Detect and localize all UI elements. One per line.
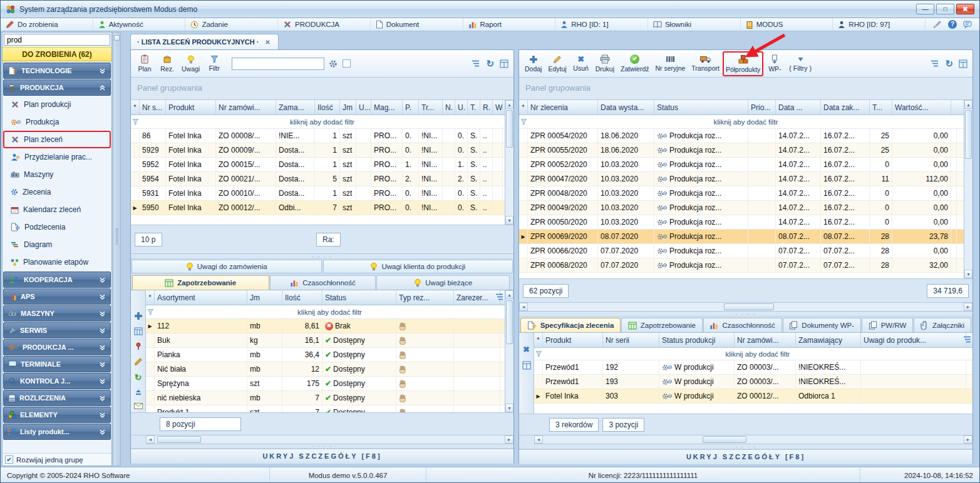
sidebar-item-maszyny[interactable]: Maszyny — [3, 166, 111, 183]
scroll-thumb[interactable] — [506, 110, 513, 148]
mail-icon[interactable] — [134, 403, 143, 409]
column-header-zama[interactable]: Zama... — [276, 100, 315, 114]
scroll-thumb[interactable] — [157, 436, 201, 443]
plus-icon[interactable] — [134, 312, 143, 320]
tab-zapotrzebowanie[interactable]: Zapotrzebowanie — [621, 318, 703, 332]
splitter-knob[interactable] — [114, 35, 120, 41]
scroll-thumb[interactable] — [965, 110, 972, 159]
left-hscroll[interactable]: ◄ ► — [146, 435, 513, 444]
table-row[interactable]: Piankamb36,4✔Dostępny — [146, 348, 505, 362]
column-header-nr-zamówi[interactable]: Nr zamówi... — [216, 100, 276, 114]
column-header-produkt[interactable]: Produkt — [166, 100, 216, 114]
grid-menu-icon[interactable] — [962, 335, 972, 343]
table-row[interactable]: ▶5950Fotel InkaZO 00012/...Odbi...7sztPR… — [131, 201, 505, 215]
column-header-status[interactable]: Status — [322, 290, 396, 305]
sidebar-search-input[interactable] — [4, 34, 110, 46]
grouping-panel-left[interactable]: Panel grupowania — [131, 78, 513, 100]
x-blue-icon[interactable]: ✖ — [523, 345, 530, 353]
close-button[interactable]: ✖ — [956, 4, 974, 14]
sidebar-item-diagram[interactable]: Diagram — [3, 236, 111, 253]
table-row[interactable]: ZPR 00048/202010.03.2020Produkcja roz...… — [519, 186, 964, 201]
table-row[interactable]: Przewód1192W produkcjiZO 00003/...!NIEOK… — [534, 360, 972, 375]
column-header-u[interactable]: U... — [356, 100, 371, 114]
right-lower-hscroll[interactable]: ◄ ► — [534, 435, 972, 444]
table-row[interactable]: ZPR 00054/202018.06.2020Produkcja roz...… — [519, 129, 964, 143]
layout-icon[interactable] — [522, 361, 531, 370]
grouping-icon[interactable] — [930, 59, 939, 68]
column-header-r[interactable]: R. — [480, 100, 493, 114]
menu-item-raport[interactable]: Raport — [463, 18, 556, 31]
sidebar-group-terminale[interactable]: TERMINALE — [3, 356, 111, 372]
sidebar-group-produkcja[interactable]: PRODUKCJA ... — [3, 339, 111, 355]
table-row[interactable]: ZPR 00068/202007.07.2020Produkcja roz...… — [519, 258, 964, 273]
brush-icon[interactable] — [933, 20, 942, 29]
grid-menu-icon[interactable] — [495, 293, 504, 301]
edytuj-button[interactable]: Edytuj — [545, 51, 569, 76]
sidebar-item-podzlecenia[interactable]: Podzlecenia — [3, 218, 111, 236]
column-header-zamawiający[interactable]: Zamawiający — [796, 333, 861, 347]
table-row[interactable]: Nić białamb12✔Dostępny — [146, 362, 505, 377]
tab-zapotrzebowanie[interactable]: Zapotrzebowanie — [132, 275, 269, 290]
sidebar-group-maszyny[interactable]: MASZYNY — [3, 305, 111, 322]
tab-czasochłonność[interactable]: Czasochłonność — [703, 318, 782, 332]
menu-item-zadanie[interactable]: Zadanie — [185, 18, 278, 31]
splitter-handle[interactable]: · · · · — [131, 444, 513, 449]
usuń-button[interactable]: ✖Usuń — [570, 51, 592, 76]
table-row[interactable]: ZPR 00052/202010.03.2020Produkcja roz...… — [519, 158, 964, 172]
table-row[interactable]: 5952Fotel InkaZO 00015/...Dosta...1sztPR… — [131, 158, 505, 172]
scroll-thumb[interactable] — [724, 303, 774, 310]
expand-one-group-checkbox[interactable]: ✔ Rozwijaj jedną grupę — [3, 453, 111, 465]
table-row[interactable]: ▶112mb8,61✖Brak — [146, 319, 505, 333]
table-row[interactable]: 5929Fotel InkaZO 00009/...Dosta...1sztPR… — [131, 143, 505, 158]
column-header-zarezer[interactable]: Zarezer... — [454, 290, 500, 305]
column-header-data-zak[interactable]: Data zak... — [821, 100, 870, 114]
scroll-up-arrow[interactable]: ▲ — [964, 100, 972, 109]
column-header-ilość[interactable]: Ilość — [282, 290, 322, 305]
refresh-icon[interactable]: ↻ — [486, 59, 494, 68]
menu-item-rho-id-97[interactable]: RHO [ID: 97] — [833, 18, 926, 31]
table-row[interactable]: ZPR 00049/202010.03.2020Produkcja roz...… — [519, 201, 964, 215]
column-header-prio[interactable]: Prio... — [748, 100, 776, 114]
scroll-down-arrow[interactable]: ▼ — [505, 216, 513, 225]
column-header-uwagi-do-produk[interactable]: Uwagi do produk... — [861, 333, 966, 347]
sidebar-group-kontrola-j[interactable]: KONTROLA J... — [3, 373, 111, 389]
hide-details-button-left[interactable]: UKRYJ SZCZEGÓŁY [F8] — [131, 449, 513, 464]
right-upper-hscroll[interactable]: ◄ ► — [519, 303, 972, 312]
column-header-jm[interactable]: Jm — [247, 290, 282, 305]
sidebar-splitter[interactable] — [113, 32, 121, 466]
column-header-nr-s[interactable]: Nr s... — [140, 100, 166, 114]
plan-button[interactable]: Plan — [133, 51, 156, 76]
scroll-thumb[interactable] — [703, 436, 746, 443]
menu-item-modus[interactable]: MODUS — [741, 18, 833, 31]
scroll-right-arrow[interactable]: ► — [964, 435, 972, 444]
table-row[interactable]: 5954Fotel InkaZO 00021/...Dosta...5sztPR… — [131, 172, 505, 186]
column-header-nr-serii[interactable]: Nr serii — [603, 333, 659, 347]
table-row[interactable]: ZPR 00050/202010.03.2020Produkcja roz...… — [519, 215, 964, 230]
sidebar-group-technologie[interactable]: TECHNOLOGIE — [3, 63, 111, 79]
sidebar-item-zlecenia[interactable]: Zlecenia — [3, 183, 111, 201]
sidebar-item-plan-produkcji[interactable]: Plan produkcji — [3, 96, 111, 113]
orders-grid-vscroll[interactable]: ▲ ▼ — [505, 100, 513, 225]
column-header-produkt[interactable]: Produkt — [543, 333, 603, 347]
column-header-nr-zamówi[interactable]: Nr zamówi... — [735, 333, 796, 347]
rez-button[interactable]: Rez. — [156, 51, 178, 76]
menu-item-rho-id-1[interactable]: RHO [ID: 1] — [555, 18, 648, 31]
pin-icon[interactable] — [135, 342, 142, 350]
scroll-track[interactable] — [505, 299, 513, 404]
panel-splitter[interactable] — [514, 49, 518, 464]
sidebar-group-serwis[interactable]: SERWIS — [3, 322, 111, 338]
scroll-left-arrow[interactable]: ◄ — [519, 303, 528, 311]
tab-close-icon[interactable]: ✕ — [264, 39, 271, 46]
table-row[interactable]: ZPR 00047/202010.03.2020Produkcja roz...… — [519, 172, 964, 186]
scroll-right-arrow[interactable]: ► — [505, 435, 513, 444]
filter-row[interactable]: kliknij aby dodać filtr — [131, 115, 505, 129]
scroll-down-arrow[interactable]: ▼ — [964, 270, 972, 278]
scroll-track[interactable] — [528, 303, 964, 311]
hide-details-button-right[interactable]: UKRYJ SZCZEGÓŁY [F8] — [519, 449, 972, 464]
sidebar-group-aps[interactable]: APS — [3, 288, 111, 305]
sidebar-item-produkcja[interactable]: Produkcja — [3, 113, 111, 131]
zatwierdź-button[interactable]: ✔Zatwierdź — [617, 51, 652, 76]
table-row[interactable]: ▶Fotel Inka303W produkcjiZO 00012/...Odb… — [534, 389, 972, 404]
eject-blue-icon[interactable] — [135, 389, 142, 396]
column-header-t[interactable]: T... — [870, 100, 892, 114]
